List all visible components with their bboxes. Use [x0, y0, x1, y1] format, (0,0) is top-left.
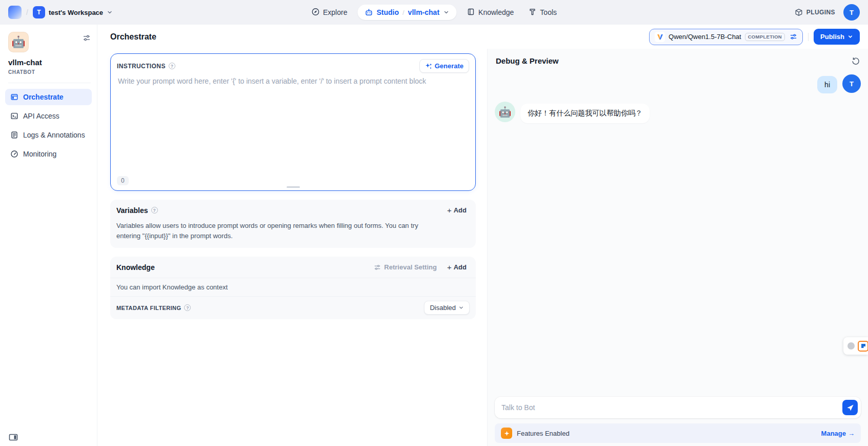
- user-avatar[interactable]: T: [843, 4, 860, 21]
- resize-handle[interactable]: [287, 186, 300, 188]
- variables-title: Variables: [116, 206, 148, 215]
- breadcrumb-separator: /: [26, 8, 28, 16]
- book-icon: [467, 8, 475, 17]
- app-card-header: 🤖: [8, 32, 91, 52]
- features-enabled-label: Features Enabled: [517, 430, 570, 437]
- nav-left: / T test's Workspace: [8, 6, 113, 19]
- sidebar: 🤖 vllm-chat CHATBOT Orchestrate: [0, 25, 97, 446]
- help-icon[interactable]: ?: [184, 304, 191, 311]
- nav-explore-label: Explore: [323, 8, 347, 16]
- main-area: Orchestrate Qwen/Qwen1.5-7B-Chat COMPLET…: [97, 25, 868, 446]
- chevron-down-icon: [458, 305, 464, 311]
- model-parameters-icon[interactable]: [790, 33, 797, 41]
- workspace-name: test's Workspace: [49, 9, 103, 16]
- metadata-filtering-row: METADATA FILTERING ? Disabled: [110, 297, 476, 319]
- main-navigation: Explore Studio / vllm-chat Knowledge: [307, 0, 561, 25]
- plugins-button[interactable]: PLUGINS: [795, 8, 835, 16]
- dify-logo[interactable]: [8, 6, 22, 19]
- widget-dot-icon: [847, 342, 855, 350]
- chevron-down-icon: [443, 9, 449, 15]
- generate-label: Generate: [435, 62, 463, 70]
- debug-title: Debug & Preview: [496, 56, 559, 65]
- metadata-filtering-select[interactable]: Disabled: [424, 301, 470, 315]
- debug-preview-panel: Debug & Preview hi T 🤖 你好！有什么问题我可以帮助你吗？: [487, 49, 868, 446]
- terminal-icon: [10, 112, 18, 120]
- nav-tools[interactable]: Tools: [524, 5, 561, 21]
- app-type-label: CHATBOT: [8, 69, 91, 75]
- help-icon[interactable]: ?: [169, 63, 175, 69]
- workspace-switcher[interactable]: T test's Workspace: [33, 6, 113, 18]
- nav-studio-label: Studio: [376, 8, 399, 16]
- bot-message-bubble: 你好！有什么问题我可以帮助你吗？: [520, 104, 650, 123]
- plugins-label: PLUGINS: [806, 9, 835, 16]
- nav-tools-label: Tools: [540, 8, 557, 16]
- retrieval-setting-button[interactable]: Retrieval Setting: [370, 262, 441, 273]
- manage-features-link[interactable]: Manage →: [821, 430, 855, 437]
- package-icon: [795, 8, 803, 16]
- help-icon[interactable]: ?: [151, 207, 158, 214]
- sidebar-item-monitoring[interactable]: Monitoring: [5, 146, 92, 162]
- plus-icon: +: [447, 263, 452, 271]
- knowledge-title: Knowledge: [116, 263, 155, 272]
- manage-label: Manage: [821, 430, 846, 437]
- gauge-icon: [10, 150, 18, 158]
- add-knowledge-button[interactable]: + Add: [444, 262, 470, 273]
- chat-input[interactable]: [495, 397, 861, 418]
- robot-icon: [365, 8, 373, 16]
- main-header: Orchestrate Qwen/Qwen1.5-7B-Chat COMPLET…: [97, 25, 868, 49]
- publish-button[interactable]: Publish: [814, 29, 860, 45]
- chat-area: hi T 🤖 你好！有什么问题我可以帮助你吗？: [488, 69, 868, 397]
- sidebar-item-label: Monitoring: [23, 150, 56, 158]
- sliders-icon: [374, 264, 381, 271]
- sidebar-item-label: Orchestrate: [23, 93, 64, 101]
- variables-card: Variables ? + Add Variables allow users …: [110, 200, 476, 248]
- workspace-avatar: T: [33, 6, 45, 18]
- user-message-bubble: hi: [817, 76, 837, 93]
- chat-input-container: [495, 397, 861, 418]
- add-variable-button[interactable]: + Add: [444, 205, 470, 216]
- nav-knowledge[interactable]: Knowledge: [462, 5, 518, 21]
- sidebar-nav: Orchestrate API Access Logs & Annotation…: [5, 89, 92, 162]
- current-app-name: vllm-chat: [408, 8, 439, 16]
- sidebar-item-label: Logs & Annotations: [23, 131, 85, 139]
- chat-message-user: hi T: [495, 74, 861, 93]
- app-settings-icon[interactable]: [83, 34, 91, 42]
- metadata-filtering-value: Disabled: [430, 304, 456, 312]
- char-count-badge: 0: [117, 176, 129, 185]
- generate-button[interactable]: Generate: [419, 59, 469, 73]
- floating-widget[interactable]: [843, 337, 868, 355]
- sidebar-divider: [8, 83, 91, 83]
- explore-icon: [311, 8, 319, 17]
- bot-chat-avatar: 🤖: [495, 102, 515, 122]
- instructions-input[interactable]: [118, 76, 468, 172]
- variables-description: Variables allow users to introduce promp…: [110, 221, 438, 248]
- instructions-header: INSTRUCTIONS ? Generate: [111, 54, 475, 75]
- model-selector[interactable]: Qwen/Qwen1.5-7B-Chat COMPLETION: [649, 29, 803, 45]
- send-button[interactable]: [842, 400, 858, 415]
- sidebar-item-label: API Access: [23, 112, 59, 120]
- body: 🤖 vllm-chat CHATBOT Orchestrate: [0, 25, 868, 446]
- header-actions: Qwen/Qwen1.5-7B-Chat COMPLETION Publish: [649, 29, 860, 45]
- debug-header: Debug & Preview: [488, 49, 868, 69]
- chevron-down-icon: [107, 9, 113, 15]
- window-icon: [10, 93, 18, 101]
- restart-conversation-icon[interactable]: [852, 57, 860, 65]
- instructions-body: [111, 75, 475, 173]
- studio-separator: /: [402, 9, 405, 16]
- content-columns: INSTRUCTIONS ? Generate: [97, 49, 868, 446]
- nav-knowledge-label: Knowledge: [478, 8, 514, 16]
- chat-message-bot: 🤖 你好！有什么问题我可以帮助你吗？: [495, 102, 861, 123]
- collapse-sidebar-icon[interactable]: [9, 433, 18, 441]
- nav-studio-pill[interactable]: Studio / vllm-chat: [357, 5, 456, 20]
- app-name: vllm-chat: [8, 58, 91, 67]
- nav-explore[interactable]: Explore: [307, 5, 351, 21]
- publish-label: Publish: [820, 33, 844, 41]
- sidebar-item-logs-annotations[interactable]: Logs & Annotations: [5, 127, 92, 143]
- sidebar-item-orchestrate[interactable]: Orchestrate: [5, 89, 92, 105]
- app-root: / T test's Workspace Explore Studio: [0, 0, 868, 446]
- app-icon[interactable]: 🤖: [8, 32, 29, 52]
- sidebar-item-api-access[interactable]: API Access: [5, 108, 92, 124]
- features-icon: [501, 428, 512, 439]
- instructions-panel: INSTRUCTIONS ? Generate: [110, 53, 476, 191]
- chevron-down-icon: [847, 34, 853, 40]
